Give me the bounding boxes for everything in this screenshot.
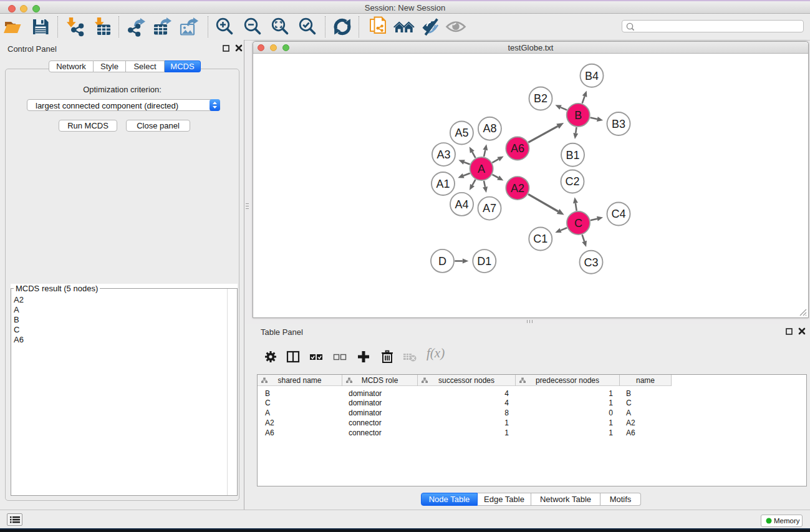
svg-text:C3: C3 — [584, 256, 598, 269]
svg-text:A4: A4 — [455, 198, 468, 211]
svg-text:B3: B3 — [612, 118, 625, 130]
svg-text:A8: A8 — [483, 122, 496, 135]
svg-text:C2: C2 — [565, 175, 579, 188]
svg-text:C4: C4 — [611, 208, 625, 220]
svg-text:A3: A3 — [436, 148, 450, 161]
svg-text:A: A — [478, 163, 485, 175]
svg-text:A5: A5 — [455, 127, 468, 139]
svg-text:C: C — [574, 217, 582, 230]
svg-text:D1: D1 — [477, 255, 491, 268]
svg-text:D: D — [438, 255, 446, 268]
svg-text:C1: C1 — [533, 233, 547, 245]
svg-text:B2: B2 — [534, 92, 547, 105]
svg-text:B: B — [574, 109, 582, 122]
svg-text:A1: A1 — [436, 178, 450, 190]
svg-text:B1: B1 — [566, 149, 579, 162]
svg-text:A6: A6 — [511, 142, 524, 155]
svg-text:A2: A2 — [511, 182, 524, 195]
svg-text:A7: A7 — [483, 202, 496, 215]
svg-text:B4: B4 — [585, 70, 599, 82]
